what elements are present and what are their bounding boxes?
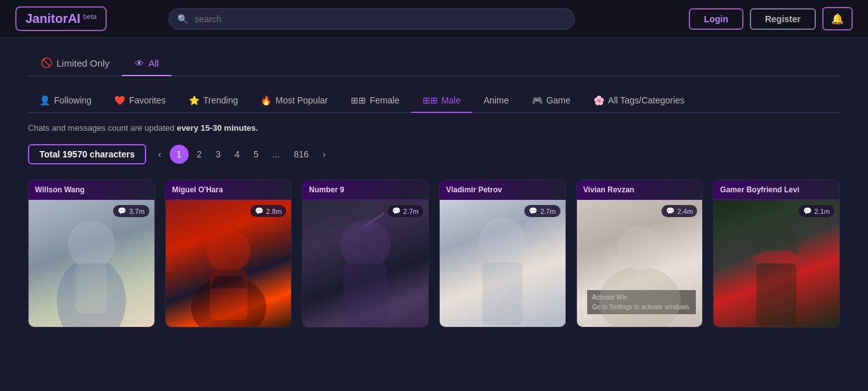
game-icon: 🎮 (532, 95, 543, 105)
character-card-willson[interactable]: Willson Wang 💬 3.7m (28, 180, 155, 328)
card-art-miguel: 💬 2.8m (166, 200, 292, 327)
svg-marker-6 (210, 276, 247, 289)
card-name-levi: Gamer Boyfriend Levi (714, 180, 839, 200)
login-button[interactable]: Login (689, 8, 743, 30)
svg-rect-2 (76, 263, 107, 314)
card-name-number9: Number 9 (302, 180, 428, 200)
page-4-button[interactable]: 4 (229, 146, 245, 162)
app-header: JanitorAIbeta 🔍 Login Register 🔔 (0, 0, 868, 38)
card-art-number9: 💬 2.7m (302, 200, 428, 327)
register-button[interactable]: Register (750, 8, 816, 30)
card-art-levi: 💬 2.1m (714, 200, 839, 327)
logo-button[interactable]: JanitorAIbeta (15, 6, 107, 31)
notify-button[interactable]: 🔔 (822, 7, 853, 30)
next-page-button[interactable]: › (317, 146, 332, 162)
character-card-number9[interactable]: Number 9 💬 2.7m (302, 180, 429, 328)
tab-all[interactable]: 👁 All (122, 51, 172, 76)
page-2-button[interactable]: 2 (191, 146, 208, 162)
card-name-vivian: Vivian Revzan (577, 180, 703, 200)
tab-female[interactable]: ⊞⊞ Female (339, 89, 411, 113)
logo-beta: beta (83, 13, 97, 20)
update-info: Chats and messages count are updated eve… (28, 123, 840, 133)
svg-rect-11 (482, 262, 522, 325)
trending-icon: ⭐ (189, 95, 200, 105)
tab-limited-label: Limited Only (57, 58, 109, 69)
category-tabs: 👤 Following ❤️ Favorites ⭐ Trending 🔥 Mo… (28, 89, 840, 113)
tab-game[interactable]: 🎮 Game (520, 89, 582, 113)
svg-point-13 (618, 226, 661, 270)
logo-text: JanitorAI (25, 11, 81, 25)
tab-trending[interactable]: ⭐ Trending (177, 89, 250, 113)
content-type-tabs: 🚫 Limited Only 👁 All (28, 51, 840, 76)
tab-favorites[interactable]: ❤️ Favorites (103, 89, 177, 113)
search-input[interactable] (168, 8, 575, 30)
tab-anime[interactable]: Anime (472, 89, 520, 113)
pagination: Total 19570 characters ‹ 1 2 3 4 5 ... 8… (28, 144, 840, 164)
tab-limited-only[interactable]: 🚫 Limited Only (28, 51, 122, 76)
character-card-levi[interactable]: Gamer Boyfriend Levi 💬 2.1m (713, 180, 840, 328)
female-icon: ⊞⊞ (351, 95, 366, 105)
svg-rect-15 (757, 263, 797, 326)
tab-all-tags[interactable]: 🌸 All Tags/Categories (582, 89, 696, 113)
main-content: 🚫 Limited Only 👁 All 👤 Following ❤️ Favo… (0, 38, 868, 328)
svg-point-10 (478, 218, 526, 265)
header-actions: Login Register 🔔 (689, 7, 853, 30)
total-count-badge: Total 19570 characters (28, 144, 146, 164)
page-3-button[interactable]: 3 (210, 146, 226, 162)
tab-following[interactable]: 👤 Following (28, 89, 103, 113)
characters-grid: Willson Wang 💬 3.7m Miguel O'Hara 💬 (28, 180, 840, 328)
prev-page-button[interactable]: ‹ (153, 146, 167, 162)
page-navigation: ‹ 1 2 3 4 5 ... 816 › (153, 145, 332, 164)
card-name-miguel: Miguel O'Hara (166, 180, 292, 200)
page-last-button[interactable]: 816 (288, 146, 314, 162)
character-card-vladimir[interactable]: Vladimir Petrov 💬 2.7m (439, 180, 566, 328)
tab-all-label: All (148, 58, 159, 69)
page-1-button[interactable]: 1 (170, 145, 189, 164)
limited-icon: 🚫 (41, 57, 53, 69)
total-number: 19570 (62, 149, 87, 159)
card-name-willson: Willson Wang (29, 180, 154, 200)
svg-point-1 (67, 221, 115, 268)
character-card-miguel[interactable]: Miguel O'Hara 💬 2.8m (165, 180, 292, 328)
tab-most-popular[interactable]: 🔥 Most Popular (249, 89, 339, 113)
card-art-willson: 💬 3.7m (29, 200, 154, 327)
popular-icon: 🔥 (261, 95, 271, 105)
page-5-button[interactable]: 5 (248, 146, 264, 162)
card-art-vivian: 💬 2.4m Activate Win Go to Settings to ac… (577, 200, 703, 327)
all-icon: 👁 (135, 58, 144, 69)
character-card-vivian[interactable]: Vivian Revzan 💬 2.4m Activate Win Go to … (576, 180, 703, 328)
svg-point-12 (599, 267, 680, 327)
card-name-vladimir: Vladimir Petrov (440, 180, 566, 200)
search-area: 🔍 (168, 8, 575, 30)
svg-rect-8 (344, 263, 388, 326)
tab-male[interactable]: ⊞⊞ Male (411, 89, 472, 113)
favorites-icon: ❤️ (114, 95, 125, 105)
svg-point-4 (207, 229, 250, 273)
card-art-vladimir: 💬 2.7m (440, 200, 566, 327)
svg-point-7 (341, 220, 391, 270)
page-ellipsis: ... (267, 146, 286, 162)
following-icon: 👤 (39, 95, 50, 105)
notify-icon: 🔔 (831, 13, 844, 24)
tags-icon: 🌸 (593, 95, 604, 105)
male-icon: ⊞⊞ (423, 95, 438, 105)
